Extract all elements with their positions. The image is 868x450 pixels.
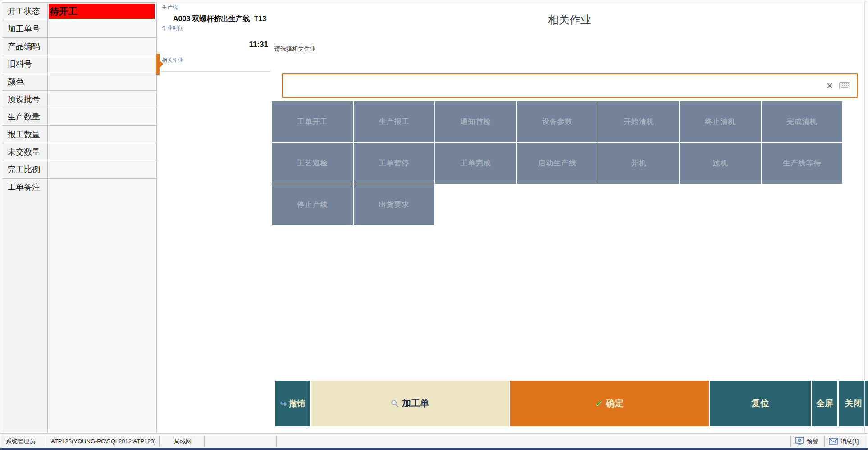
field-value <box>48 73 156 90</box>
field-label: 生产数量 <box>2 108 48 125</box>
field-label: 产品编码 <box>2 38 48 55</box>
keyboard-icon[interactable] <box>839 82 850 89</box>
status-separator <box>824 436 825 447</box>
field-label: 工单备注 <box>2 179 48 432</box>
undo-button[interactable]: ↪ 撤销 <box>275 381 310 426</box>
table-row: 旧料号 <box>2 55 156 73</box>
status-separator <box>159 436 160 447</box>
confirm-check-icon: ✔ <box>595 398 603 409</box>
fullscreen-label: 全屏 <box>816 398 833 409</box>
operation-search-box[interactable]: ✕ <box>282 73 858 98</box>
operation-button[interactable]: 停止产线 <box>272 184 353 225</box>
field-label: 开工状态 <box>2 3 48 20</box>
work-time-label: 作业时间 <box>162 24 183 32</box>
confirm-label: 确定 <box>606 397 624 409</box>
field-label: 报工数量 <box>2 126 48 143</box>
close-button[interactable]: 关闭 <box>839 381 868 426</box>
table-row: 未交数量 <box>2 143 156 161</box>
status-separator <box>204 436 205 447</box>
window-bottom-strip <box>0 448 868 450</box>
status-connection: ATP123(YOUNG-PC\SQL2012:ATP123) <box>51 434 156 449</box>
clear-icon[interactable]: ✕ <box>826 82 833 90</box>
field-value <box>48 143 156 161</box>
close-label: 关闭 <box>845 398 862 409</box>
undo-label: 撤销 <box>289 398 305 409</box>
search-icon <box>391 399 399 408</box>
panel-right-border <box>864 2 865 432</box>
status-separator <box>790 436 791 447</box>
workorder-info-table: 开工状态待开工加工单号产品编码旧料号颜色预设批号生产数量报工数量未交数量完工比例… <box>2 2 157 432</box>
fullscreen-button[interactable]: 全屏 <box>812 381 837 426</box>
field-value <box>48 161 156 178</box>
field-value <box>48 91 156 108</box>
operation-button[interactable]: 工单完成 <box>435 143 516 184</box>
work-time-value: 11:31 <box>249 40 268 49</box>
page-title: 相关作业 <box>271 13 868 27</box>
field-label: 完工比例 <box>2 161 48 178</box>
field-label: 旧料号 <box>2 55 48 73</box>
operation-search-input[interactable] <box>283 74 814 97</box>
field-value <box>48 126 156 143</box>
message-envelope-icon <box>829 438 838 445</box>
operation-button[interactable]: 过机 <box>680 143 761 184</box>
alert-monitor-icon <box>795 437 804 445</box>
table-row: 完工比例 <box>2 161 156 179</box>
operation-button[interactable]: 设备参数 <box>517 101 598 142</box>
operation-button[interactable]: 开机 <box>598 143 679 184</box>
table-row: 预设批号 <box>2 91 156 108</box>
production-line-value: A003 双螺杆挤出生产线 T13 <box>173 14 266 24</box>
message-button[interactable]: 消息[1] <box>829 434 859 449</box>
operation-button[interactable]: 工单开工 <box>272 101 353 142</box>
field-value <box>48 20 156 37</box>
status-bar: 系统管理员 ATP123(YOUNG-PC\SQL2012:ATP123) 局域… <box>0 433 868 449</box>
operation-button[interactable]: 终止清机 <box>680 101 761 142</box>
operation-button[interactable]: 启动生产线 <box>517 143 598 184</box>
operation-button[interactable]: 生产报工 <box>354 101 434 142</box>
operation-button[interactable]: 出货要求 <box>354 184 434 225</box>
field-label: 预设批号 <box>2 91 48 108</box>
reset-button[interactable]: 复位 <box>710 381 811 426</box>
table-row: 工单备注 <box>2 179 156 432</box>
operation-button[interactable]: 通知首检 <box>435 101 516 142</box>
status-separator <box>46 436 46 447</box>
alert-button[interactable]: 预警 <box>795 434 818 449</box>
related-operations-grid: 工单开工生产报工通知首检设备参数开始清机终止清机完成清机工艺巡检工单暂停工单完成… <box>272 101 842 225</box>
field-value <box>48 179 156 432</box>
reset-label: 复位 <box>751 397 769 409</box>
workorder-button[interactable]: 加工单 <box>311 381 509 426</box>
operation-button[interactable]: 开始清机 <box>598 101 679 142</box>
related-operation-step-label: 相关作业 <box>162 56 183 64</box>
section-divider <box>159 71 271 72</box>
table-row: 产品编码 <box>2 38 156 55</box>
table-row: 颜色 <box>2 73 156 91</box>
operation-button[interactable]: 工单暂停 <box>354 143 434 184</box>
field-label: 颜色 <box>2 73 48 90</box>
operation-button[interactable]: 生产线等待 <box>762 143 842 184</box>
field-label: 加工单号 <box>2 20 48 37</box>
select-operation-hint: 请选择相关作业 <box>274 45 315 53</box>
confirm-button[interactable]: ✔ 确定 <box>510 381 709 426</box>
production-line-label: 生产线 <box>162 4 178 11</box>
status-badge: 待开工 <box>49 4 155 19</box>
app-window: 开工状态待开工加工单号产品编码旧料号颜色预设批号生产数量报工数量未交数量完工比例… <box>0 0 868 450</box>
undo-icon: ↪ <box>280 399 287 409</box>
operation-button[interactable]: 工艺巡检 <box>272 143 353 184</box>
table-row: 生产数量 <box>2 108 156 126</box>
table-row: 开工状态待开工 <box>2 3 156 20</box>
field-value: 待开工 <box>48 3 156 20</box>
table-row: 加工单号 <box>2 20 156 38</box>
field-value <box>48 108 156 125</box>
message-label: 消息[1] <box>841 437 859 445</box>
field-value <box>48 38 156 55</box>
workorder-label: 加工单 <box>402 397 429 409</box>
field-label: 未交数量 <box>2 143 48 161</box>
status-network: 局域网 <box>174 434 192 449</box>
field-value <box>48 55 156 73</box>
alert-label: 预警 <box>807 437 818 445</box>
table-row: 报工数量 <box>2 126 156 143</box>
status-user: 系统管理员 <box>6 434 35 449</box>
operation-button[interactable]: 完成清机 <box>762 101 842 142</box>
status-separator <box>276 436 277 447</box>
